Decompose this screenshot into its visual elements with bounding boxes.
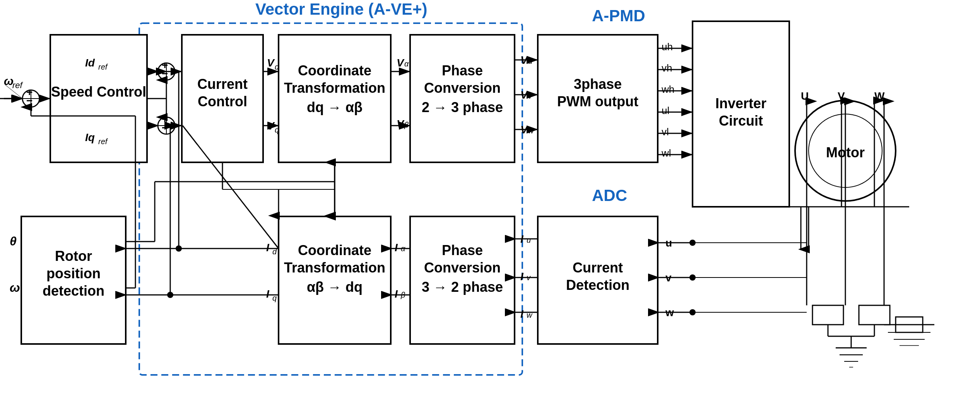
svg-text:uh: uh	[662, 41, 673, 53]
pwm-output-label-2: PWM output	[557, 94, 638, 109]
phase-conv-top-block	[410, 35, 515, 162]
current-control-label-2: Control	[198, 94, 247, 109]
phase-conv-bottom-label-2: Conversion	[424, 260, 501, 276]
svg-text:−: −	[162, 122, 168, 134]
phase-conv-top-label-1: Phase	[442, 63, 483, 78]
apmd-label: A-PMD	[592, 7, 645, 25]
svg-text:U: U	[801, 90, 809, 102]
svg-text:V: V	[838, 90, 845, 102]
va-label: V	[397, 57, 405, 69]
vb-label: V	[397, 118, 405, 130]
iq-label: I	[266, 288, 270, 300]
coord-trans-top-label-1: Coordinate	[298, 63, 371, 78]
phase-conv-top-label-3: 2 → 3 phase	[422, 99, 503, 115]
speed-control-label: Speed Control	[51, 84, 146, 100]
iq-ref-label: Iq	[85, 131, 95, 143]
rotor-position-label-1: Rotor	[55, 248, 92, 264]
svg-text:ul: ul	[662, 105, 669, 116]
adc-label: ADC	[592, 186, 627, 204]
svg-text:−: −	[26, 95, 32, 107]
theta-label: θ	[10, 234, 17, 248]
svg-text:vh: vh	[662, 62, 672, 74]
coord-trans-bottom-label-3: αβ → dq	[307, 279, 363, 295]
ib-label: I	[395, 288, 398, 300]
main-diagram: Vector Engine (A-VE+) A-PMD ADC Speed Co…	[0, 0, 980, 395]
svg-text:u: u	[527, 236, 531, 244]
svg-text:ref: ref	[98, 137, 108, 146]
svg-text:q: q	[275, 126, 279, 134]
svg-text:β: β	[404, 121, 409, 129]
phase-conv-bottom-label-1: Phase	[442, 242, 483, 258]
svg-rect-114	[812, 305, 843, 325]
vd-label: V	[267, 57, 275, 69]
svg-text:w: w	[528, 126, 534, 135]
svg-text:α: α	[404, 60, 409, 68]
svg-text:−: −	[162, 68, 168, 80]
current-detection-label-1: Current	[573, 260, 623, 276]
pwm-output-label-1: 3phase	[574, 76, 622, 92]
rotor-position-label-3: detection	[43, 283, 104, 299]
svg-rect-115	[859, 305, 890, 325]
omega-label: ω	[10, 281, 20, 295]
omega-ref-sub: ref	[12, 80, 24, 90]
svg-text:vl: vl	[662, 126, 669, 138]
vector-engine-label: Vector Engine (A-VE+)	[255, 0, 428, 18]
coord-trans-top-label-2: Transformation	[284, 80, 385, 96]
svg-text:W: W	[874, 90, 885, 102]
svg-text:ref: ref	[98, 63, 108, 71]
phase-conv-top-label-2: Conversion	[424, 80, 501, 96]
svg-text:u: u	[528, 57, 532, 65]
rotor-position-label-2: position	[46, 266, 101, 281]
current-detection-label-2: Detection	[566, 277, 629, 293]
iw-label: I	[520, 308, 524, 320]
svg-text:wh: wh	[661, 83, 674, 95]
coord-trans-bottom-label-1: Coordinate	[298, 242, 371, 258]
coord-trans-top-label-3: dq → αβ	[307, 99, 363, 115]
inverter-circuit-label-2: Circuit	[719, 113, 763, 129]
svg-text:v: v	[528, 92, 532, 100]
ia-label: I	[395, 242, 398, 254]
iv-label: I	[520, 271, 524, 283]
coord-trans-top-block	[279, 35, 391, 162]
svg-text:d: d	[275, 63, 279, 71]
svg-text:wl: wl	[661, 147, 671, 159]
current-control-label-1: Current	[197, 76, 248, 92]
inverter-circuit-label-1: Inverter	[715, 95, 766, 111]
phase-conv-bottom-label-3: 3 → 2 phase	[422, 279, 503, 295]
id-label: I	[266, 242, 270, 254]
coord-trans-bottom-label-2: Transformation	[284, 260, 385, 276]
id-ref-label: Id	[85, 57, 95, 69]
